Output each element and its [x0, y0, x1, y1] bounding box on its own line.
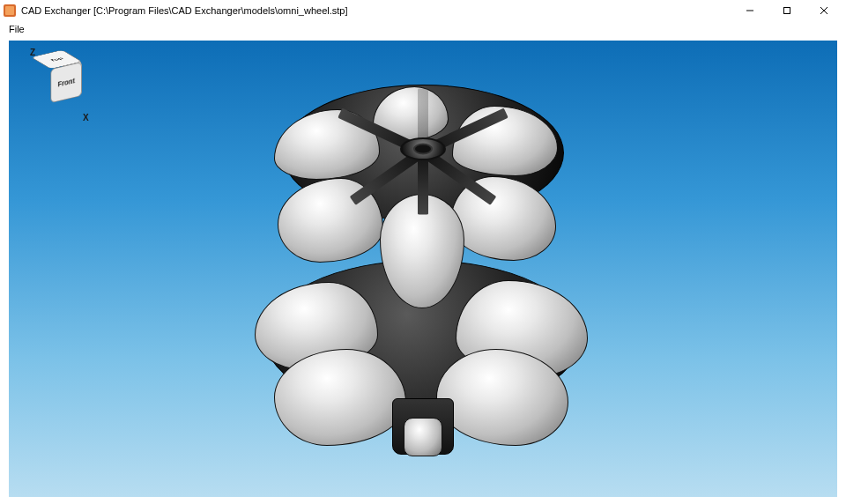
close-button[interactable] — [805, 0, 842, 21]
viewport[interactable]: Z X Top Front Right — [9, 41, 837, 497]
app-icon — [4, 4, 16, 17]
view-cube-body[interactable]: Top Front Right — [41, 53, 82, 108]
titlebar: CAD Exchanger [C:\Program Files\CAD Exch… — [0, 0, 846, 21]
menu-item-file[interactable]: File — [5, 23, 28, 35]
maximize-button[interactable] — [768, 0, 805, 21]
svg-rect-3 — [784, 8, 790, 14]
model-omni-wheel[interactable] — [234, 53, 612, 467]
model-roller — [274, 349, 406, 446]
view-cube[interactable]: Z X Top Front Right — [28, 49, 97, 127]
model-caster-wheel — [404, 418, 442, 456]
model-center-hub — [400, 137, 446, 160]
window-title: CAD Exchanger [C:\Program Files\CAD Exch… — [21, 5, 347, 16]
model-spokes — [291, 152, 555, 266]
menubar: File — [0, 21, 846, 37]
minimize-button[interactable] — [731, 0, 768, 21]
axis-label-x: X — [83, 113, 89, 122]
svg-rect-1 — [5, 6, 14, 15]
